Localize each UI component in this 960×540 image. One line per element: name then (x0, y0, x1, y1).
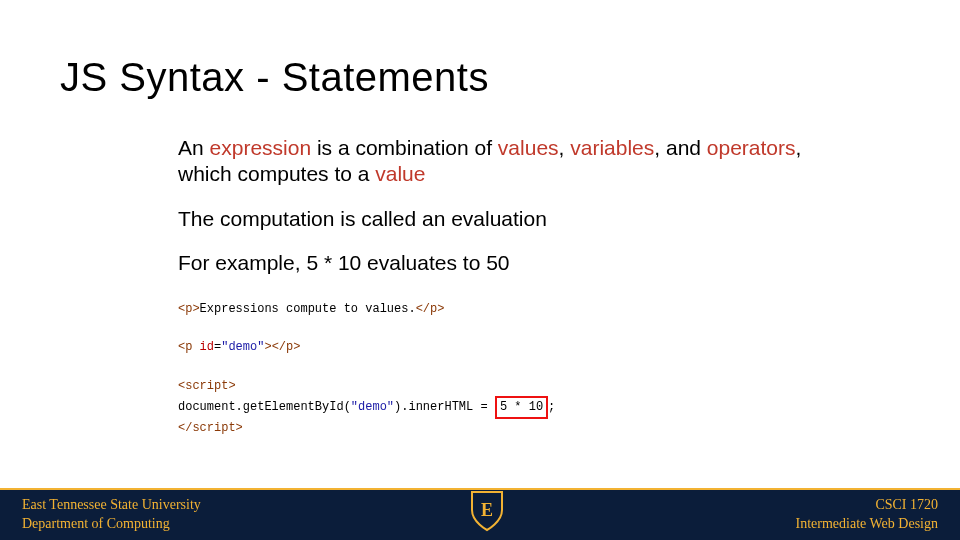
footer-left: East Tennessee State University Departme… (22, 496, 201, 534)
logo-letter: E (481, 500, 493, 520)
tag: </scr (178, 421, 214, 435)
code-line-3: <script> (178, 377, 858, 396)
keyword-expression: expression (210, 136, 312, 159)
tag: ipt> (214, 421, 243, 435)
paragraph-3: For example, 5 * 10 evaluates to 50 (178, 250, 858, 276)
code-line-2: <p id="demo"></p> (178, 338, 858, 357)
code-line-5: </script> (178, 419, 858, 438)
code-example: <p>Expressions compute to values.</p> <p… (178, 300, 858, 438)
attr-value: "demo" (221, 340, 264, 354)
code-text: ; (548, 400, 555, 414)
course-name: Intermediate Web Design (796, 515, 938, 534)
text: , (559, 136, 571, 159)
slide-body: An expression is a combination of values… (178, 135, 858, 294)
paragraph-2: The computation is called an evaluation (178, 206, 858, 232)
slide-title: JS Syntax - Statements (60, 55, 489, 100)
tag: </p> (416, 302, 445, 316)
department-name: Department of Computing (22, 515, 201, 534)
attr: id (192, 340, 214, 354)
code-text: ).innerHTML = (394, 400, 495, 414)
tag: <p> (178, 302, 200, 316)
keyword-values: values (498, 136, 559, 159)
tag: <script> (178, 379, 236, 393)
code-text: Expressions compute to values. (200, 302, 416, 316)
text: , and (654, 136, 707, 159)
slide: JS Syntax - Statements An expression is … (0, 0, 960, 540)
code-block: <p>Expressions compute to values.</p> <p… (178, 300, 858, 438)
text: An (178, 136, 210, 159)
footer: East Tennessee State University Departme… (0, 484, 960, 540)
highlighted-expression: 5 * 10 (495, 396, 548, 419)
keyword-value: value (375, 162, 425, 185)
keyword-variables: variables (570, 136, 654, 159)
code-text: document.getElementById( (178, 400, 351, 414)
university-name: East Tennessee State University (22, 496, 201, 515)
keyword-operators: operators (707, 136, 796, 159)
tag: <p (178, 340, 192, 354)
code-line-4: document.getElementById("demo").innerHTM… (178, 396, 858, 419)
code-line-1: <p>Expressions compute to values.</p> (178, 300, 858, 319)
code-blank (178, 319, 858, 338)
paragraph-1: An expression is a combination of values… (178, 135, 858, 188)
course-code: CSCI 1720 (796, 496, 938, 515)
code-blank (178, 358, 858, 377)
text: is a combination of (311, 136, 498, 159)
shield-icon: E (470, 490, 504, 536)
footer-right: CSCI 1720 Intermediate Web Design (796, 496, 938, 534)
string: "demo" (351, 400, 394, 414)
tag: ></p> (264, 340, 300, 354)
